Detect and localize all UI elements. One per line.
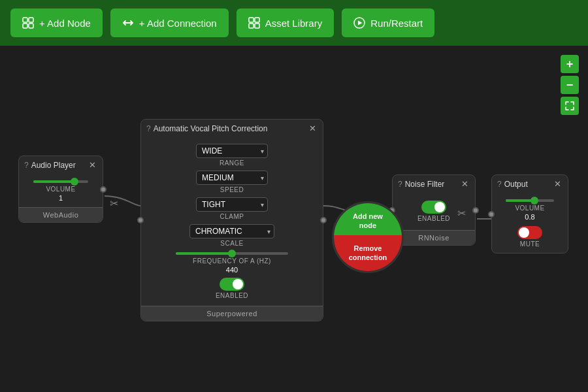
add-new-node-option[interactable]: Add newnode [334, 203, 402, 239]
noise-close-button[interactable]: ✕ [460, 179, 470, 189]
clamp-container: TIGHT MEDIUM LOOSE ▾ CLAMP [152, 197, 312, 220]
add-node-icon [22, 17, 34, 29]
context-menu[interactable]: Add newnode Removeconnection [332, 201, 404, 273]
svg-rect-6 [249, 24, 253, 28]
add-connection-label: + Add Connection [139, 18, 217, 29]
scale-container: CHROMATIC MAJOR MINOR ▾ SCALE [152, 224, 312, 247]
pitch-enabled-label: ENABLED [216, 292, 248, 299]
output-node[interactable]: ? Output ✕ VOLUME 0.8 MUTE [491, 174, 568, 253]
pitch-enabled-toggle[interactable] [220, 278, 244, 291]
range-select[interactable]: WIDE NARROW [196, 144, 268, 158]
toolbar: + Add Node + Add Connection Asset Librar… [0, 0, 588, 46]
pitch-content: WIDE NARROW ▾ RANGE SLOW MEDIUM FAST ▾ [141, 137, 323, 306]
svg-marker-9 [358, 21, 363, 25]
svg-rect-3 [29, 24, 33, 28]
noise-enabled-label: ENABLED [417, 215, 450, 222]
connection-icon-1: ✂ [110, 197, 118, 210]
canvas[interactable]: + − ? Audio Player ✕ VOLUME 1 [0, 46, 588, 392]
scale-select[interactable]: CHROMATIC MAJOR MINOR [189, 224, 274, 238]
add-new-node-label: Add newnode [353, 212, 383, 229]
pitch-output-port[interactable] [320, 217, 327, 223]
asset-library-icon [248, 17, 260, 29]
run-icon [353, 17, 365, 29]
speed-select[interactable]: SLOW MEDIUM FAST [196, 171, 268, 185]
audio-player-close-button[interactable]: ✕ [88, 160, 97, 170]
noise-help-icon[interactable]: ? [398, 180, 402, 189]
noise-footer: RNNoise [393, 230, 475, 245]
freq-slider-fill [176, 252, 232, 255]
zoom-in-button[interactable]: + [561, 55, 579, 73]
noise-toggle-knob [434, 202, 445, 212]
audio-player-node[interactable]: ? Audio Player ✕ VOLUME 1 WebAudio [18, 155, 103, 223]
add-node-button[interactable]: + Add Node [10, 8, 103, 37]
output-input-port[interactable] [488, 211, 495, 218]
output-title: Output [504, 180, 528, 189]
volume-slider-thumb[interactable] [71, 178, 78, 186]
output-content: VOLUME 0.8 MUTE [492, 193, 568, 253]
scale-select-wrapper: CHROMATIC MAJOR MINOR ▾ [189, 224, 274, 238]
pitch-title: Automatic Vocal Pitch Correction [154, 124, 268, 133]
volume-slider-fill [33, 180, 74, 183]
mute-container: MUTE [517, 226, 542, 248]
run-restart-label: Run/Restart [370, 18, 423, 29]
noise-enabled-container: ENABLED [417, 201, 450, 222]
clamp-select-wrapper: TIGHT MEDIUM LOOSE ▾ [196, 197, 268, 212]
pitch-close-button[interactable]: ✕ [308, 123, 318, 133]
audio-player-output-port[interactable] [100, 186, 106, 193]
asset-library-label: Asset Library [265, 18, 323, 29]
asset-library-button[interactable]: Asset Library [237, 8, 335, 37]
freq-slider-thumb[interactable] [228, 250, 236, 257]
audio-player-header: ? Audio Player ✕ [19, 156, 103, 174]
svg-rect-0 [23, 18, 27, 22]
add-connection-button[interactable]: + Add Connection [110, 8, 229, 37]
pitch-correction-node[interactable]: ? Automatic Vocal Pitch Correction ✕ WID… [140, 119, 323, 321]
output-volume-thumb[interactable] [531, 197, 538, 204]
noise-enabled-toggle[interactable] [421, 201, 446, 214]
zoom-controls: + − [561, 55, 579, 115]
mute-toggle-knob [519, 227, 529, 238]
speed-label: SPEED [220, 186, 244, 193]
range-select-wrapper: WIDE NARROW ▾ [196, 144, 268, 158]
speed-select-wrapper: SLOW MEDIUM FAST ▾ [196, 171, 268, 185]
svg-rect-1 [29, 18, 33, 22]
pitch-correction-header: ? Automatic Vocal Pitch Correction ✕ [141, 120, 323, 137]
pitch-footer: Superpowered [141, 306, 323, 321]
pitch-help-icon[interactable]: ? [146, 124, 151, 133]
remove-connection-option[interactable]: Removeconnection [334, 235, 402, 271]
zoom-fit-button[interactable] [561, 97, 579, 115]
freq-slider-container: FREQUENCY OF A (HZ) 440 [152, 251, 312, 274]
svg-rect-4 [249, 18, 253, 22]
freq-value: 440 [226, 266, 238, 274]
pitch-input-port[interactable] [137, 217, 144, 223]
run-restart-button[interactable]: Run/Restart [342, 8, 434, 37]
volume-slider-track[interactable] [33, 180, 88, 183]
clamp-select[interactable]: TIGHT MEDIUM LOOSE [196, 197, 268, 212]
output-volume-track[interactable] [506, 199, 554, 202]
audio-player-title: Audio Player [31, 161, 76, 170]
noise-output-port[interactable] [472, 207, 479, 214]
volume-slider-container: VOLUME 1 [27, 179, 95, 202]
scale-label: SCALE [220, 240, 243, 247]
freq-label: FREQUENCY OF A (HZ) [193, 257, 271, 265]
clamp-label: CLAMP [220, 213, 244, 220]
pitch-toggle-knob [233, 279, 243, 289]
remove-connection-label: Removeconnection [349, 244, 387, 261]
svg-rect-5 [255, 18, 259, 22]
add-node-label: + Add Node [39, 18, 91, 29]
freq-slider-track[interactable] [176, 252, 288, 255]
connection-icon-2: ✂ [457, 207, 466, 220]
audio-player-content: VOLUME 1 [19, 174, 103, 207]
output-close-button[interactable]: ✕ [553, 179, 563, 189]
range-label: RANGE [220, 159, 244, 167]
audio-player-help-icon[interactable]: ? [24, 161, 29, 170]
range-container: WIDE NARROW ▾ RANGE [152, 144, 312, 167]
noise-title: Noise Filter [405, 180, 445, 189]
output-volume-label: VOLUME [515, 204, 544, 212]
output-help-icon[interactable]: ? [497, 180, 502, 189]
add-connection-icon [122, 17, 134, 29]
zoom-out-button[interactable]: − [561, 76, 579, 94]
output-header: ? Output ✕ [492, 175, 568, 193]
svg-rect-7 [255, 24, 259, 28]
mute-toggle[interactable] [517, 226, 542, 239]
pitch-enabled-container: ENABLED [216, 278, 248, 299]
